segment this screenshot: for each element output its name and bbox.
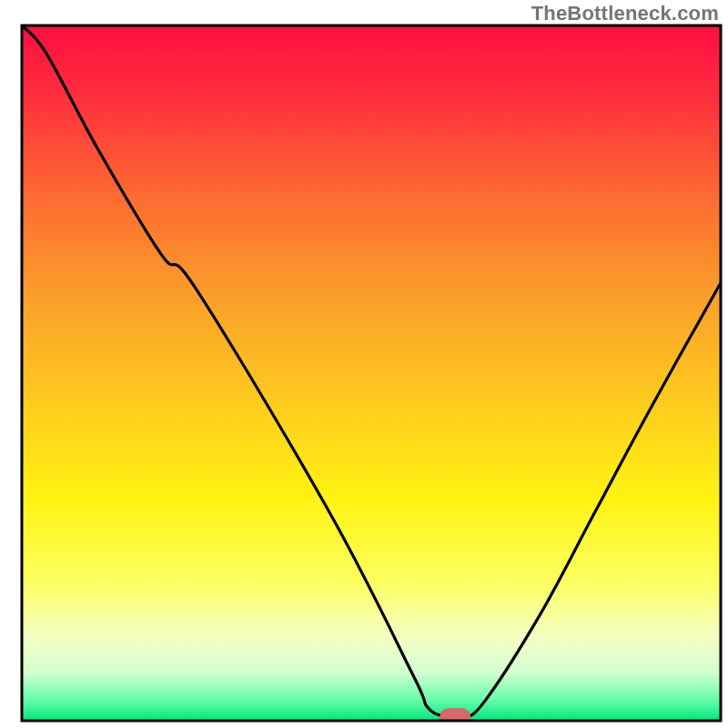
bottleneck-chart [0,0,728,728]
optimal-point-marker [440,708,470,724]
plot-area [22,25,721,725]
heat-background [22,25,721,721]
chart-stage: TheBottleneck.com [0,0,728,728]
